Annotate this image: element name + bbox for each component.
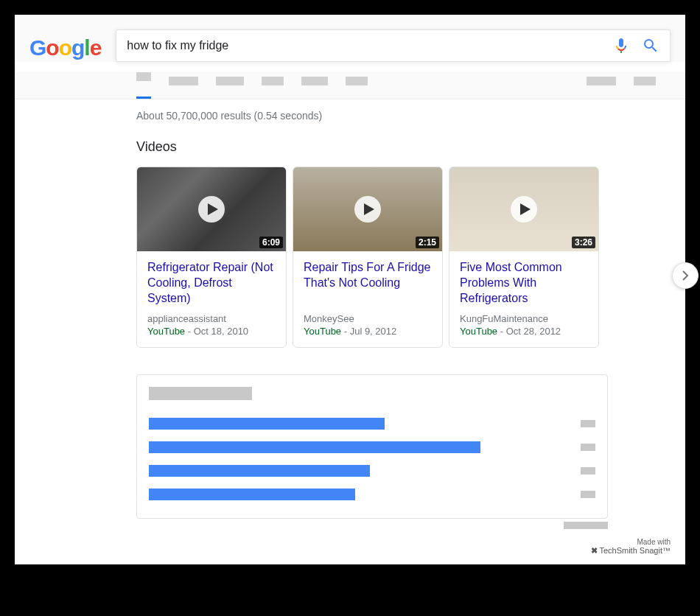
mic-icon[interactable] <box>612 37 630 55</box>
video-title[interactable]: Refrigerator Repair (Not Cooling, Defros… <box>147 260 276 307</box>
settings-item[interactable] <box>587 77 616 94</box>
video-card[interactable]: 2:15 Repair Tips For A Fridge That's Not… <box>293 167 443 348</box>
search-input[interactable] <box>127 39 612 52</box>
tab-item[interactable] <box>262 77 284 94</box>
result-row[interactable] <box>149 412 595 435</box>
video-channel: applianceassistant <box>147 313 276 324</box>
play-icon <box>198 196 225 223</box>
video-card[interactable]: 3:26 Five Most Common Problems With Refr… <box>449 167 599 348</box>
video-duration: 6:09 <box>259 237 283 248</box>
video-title[interactable]: Five Most Common Problems With Refrigera… <box>460 260 588 307</box>
video-duration: 3:26 <box>572 237 595 248</box>
video-thumbnail[interactable]: 6:09 <box>137 167 286 251</box>
search-box[interactable] <box>116 29 671 62</box>
tab-all[interactable] <box>136 72 151 99</box>
watermark: Made with ✖ TechSmith Snagit™ <box>15 529 685 564</box>
video-duration: 2:15 <box>416 237 439 248</box>
result-stats: About 50,700,000 results (0.54 seconds) <box>136 110 685 122</box>
video-channel: MonkeySee <box>304 313 432 324</box>
video-source-line: YouTube - Oct 18, 2010 <box>147 326 276 337</box>
video-source-line: YouTube - Jul 9, 2012 <box>304 326 432 337</box>
video-source-line: YouTube - Oct 28, 2012 <box>460 326 588 337</box>
result-placeholder-box <box>136 374 608 519</box>
tab-item[interactable] <box>216 77 244 94</box>
videos-heading: Videos <box>136 139 685 155</box>
header: Google <box>15 15 685 62</box>
search-icon[interactable] <box>642 37 659 55</box>
videos-row: 6:09 Refrigerator Repair (Not Cooling, D… <box>136 167 685 348</box>
feedback-placeholder <box>564 522 608 529</box>
video-card[interactable]: 6:09 Refrigerator Repair (Not Cooling, D… <box>136 167 287 348</box>
video-channel: KungFuMaintenance <box>460 313 588 324</box>
result-row[interactable] <box>149 435 595 459</box>
video-thumbnail[interactable]: 2:15 <box>293 167 442 251</box>
google-logo[interactable]: Google <box>29 29 101 60</box>
tab-item[interactable] <box>301 77 328 94</box>
content: About 50,700,000 results (0.54 seconds) … <box>15 99 685 529</box>
result-row[interactable] <box>149 459 595 483</box>
play-icon <box>511 196 537 223</box>
tab-item[interactable] <box>169 77 198 94</box>
tab-item[interactable] <box>346 77 368 94</box>
chevron-icon <box>581 444 595 451</box>
videos-next-button[interactable] <box>672 262 699 289</box>
result-row[interactable] <box>149 483 595 506</box>
tools-item[interactable] <box>634 77 656 94</box>
play-icon <box>354 196 381 223</box>
tabs-row <box>15 72 685 99</box>
chevron-icon <box>581 420 595 427</box>
video-thumbnail[interactable]: 3:26 <box>449 167 598 251</box>
chevron-icon <box>581 491 595 498</box>
result-heading-placeholder <box>149 387 252 400</box>
page-frame: Google About 50,700,000 results (0.54 se… <box>15 15 685 564</box>
chevron-right-icon <box>682 270 689 281</box>
chevron-icon <box>581 467 595 475</box>
video-title[interactable]: Repair Tips For A Fridge That's Not Cool… <box>304 260 432 307</box>
